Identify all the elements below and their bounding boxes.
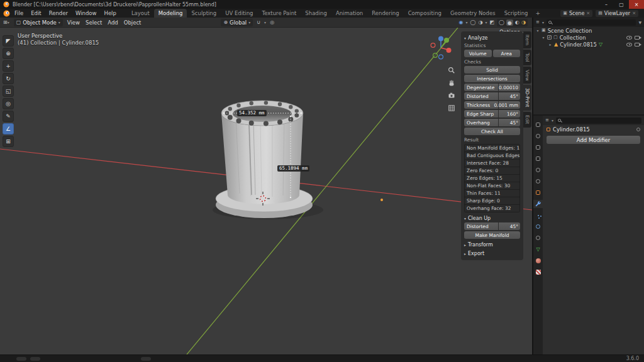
make-manifold-button[interactable]: Make Manifold	[464, 231, 520, 239]
result-row[interactable]: Bad Contiguous Edges: 994	[465, 152, 519, 159]
tab-object-data[interactable]: ▽	[533, 245, 543, 253]
tab-output[interactable]	[533, 143, 543, 151]
pin-icon[interactable]	[636, 128, 640, 131]
sidebar-tab-tool[interactable]: Tool	[523, 50, 531, 65]
editor-type-icon[interactable]: ⊞▾	[3, 19, 9, 25]
menu-select[interactable]: Select	[86, 19, 102, 26]
pan-hand-icon[interactable]	[448, 79, 455, 87]
sidebar-tab-3d-print[interactable]: 3D-Print	[523, 85, 531, 111]
disable-render-icon[interactable]	[635, 36, 640, 40]
xray-toggle-icon[interactable]: ◩	[490, 20, 495, 25]
workspace-tab-rendering[interactable]: Rendering	[367, 9, 403, 18]
tab-physics[interactable]	[533, 222, 543, 231]
add-cube-tool[interactable]: ⊞	[3, 136, 14, 147]
sidebar-tab-view[interactable]: View	[523, 67, 531, 84]
check-solid-button[interactable]: Solid	[464, 66, 520, 74]
maximize-button[interactable]: ▢	[614, 0, 629, 9]
result-row[interactable]: Intersect Face: 28	[465, 160, 519, 167]
menu-file[interactable]: File	[11, 9, 26, 18]
select-box-tool[interactable]: ◤	[3, 35, 14, 47]
gizmos-options-icon[interactable]: ▾	[466, 20, 468, 25]
filter-icon[interactable]: ▼	[638, 20, 641, 25]
check-edge-sharp-button[interactable]: Edge Sharp	[464, 110, 498, 118]
result-row[interactable]: Non Manifold Edges: 132	[465, 145, 519, 151]
add-workspace-button[interactable]: +	[532, 9, 543, 18]
result-row[interactable]: Thin Faces: 11	[465, 190, 519, 197]
tab-world[interactable]	[533, 177, 543, 185]
cylinder-object[interactable]	[213, 101, 323, 219]
expand-icon[interactable]: ▾	[541, 35, 545, 40]
distorted-value-field[interactable]: 45°	[499, 92, 520, 100]
outliner-search-input[interactable]	[547, 19, 636, 26]
menu-window[interactable]: Window	[72, 9, 100, 18]
workspace-tab-uv-editing[interactable]: UV Editing	[221, 9, 257, 18]
check-distorted-button[interactable]: Distorted	[464, 92, 498, 100]
workspace-tab-geometry-nodes[interactable]: Geometry Nodes	[446, 9, 500, 18]
result-row[interactable]: Non-Flat Faces: 30	[465, 182, 519, 189]
outliner-row-scene-collection[interactable]: ▾ ▣ Scene Collection	[533, 27, 644, 34]
tab-tool[interactable]	[533, 121, 543, 129]
annotate-tool[interactable]: ✎	[3, 111, 14, 122]
properties-search-input[interactable]	[556, 118, 641, 124]
mode-dropdown[interactable]: ▢ Object Mode ▾	[14, 19, 63, 26]
cursor-tool[interactable]: ⊕	[3, 48, 14, 59]
check-overhang-button[interactable]: Overhang	[464, 119, 498, 126]
menu-add[interactable]: Add	[108, 19, 118, 26]
workspace-tab-layout[interactable]: Layout	[127, 9, 154, 18]
edge-sharp-value-field[interactable]: 160°	[499, 110, 520, 118]
view-layer-selector[interactable]: ▤ ViewLayer ×	[596, 10, 638, 17]
result-row[interactable]: Zero Edges: 15	[465, 175, 519, 182]
hide-viewport-icon[interactable]	[626, 36, 632, 40]
tab-modifiers[interactable]	[533, 200, 543, 208]
shading-solid-icon[interactable]: ●	[506, 19, 513, 26]
area-button[interactable]: Area	[493, 50, 521, 57]
show-overlays-icon[interactable]: ◯	[470, 20, 476, 25]
cleanup-panel-header[interactable]: ▾ Clean Up	[464, 215, 520, 221]
zoom-icon[interactable]	[448, 67, 455, 74]
outliner-editor-icon[interactable]: ≡	[536, 20, 540, 25]
camera-view-icon[interactable]	[448, 92, 455, 99]
workspace-tab-compositing[interactable]: Compositing	[404, 9, 446, 18]
tab-scene[interactable]	[533, 166, 543, 174]
workspace-tab-sculpting[interactable]: Sculpting	[187, 9, 221, 18]
breadcrumb-object-name[interactable]: Cylinder.0815	[553, 126, 590, 133]
outliner-row-cylinder[interactable]: ▸ ▲ Cylinder.0815 ▽	[533, 41, 644, 48]
sidebar-tab-item[interactable]: Item	[523, 31, 531, 48]
properties-editor-icon[interactable]: ≡	[545, 118, 549, 123]
tab-texture[interactable]	[533, 268, 543, 276]
snap-options-icon[interactable]: ▾	[264, 20, 266, 25]
workspace-tab-shading[interactable]: Shading	[301, 9, 331, 18]
measure-tool[interactable]: ∠	[3, 123, 14, 134]
export-panel-header[interactable]: ▸ Export	[464, 250, 520, 256]
ortho-grid-icon[interactable]	[448, 104, 455, 112]
menu-object[interactable]: Object	[124, 19, 142, 26]
collection-checkbox[interactable]: ✓	[547, 35, 552, 40]
check-all-button[interactable]: Check All	[464, 128, 520, 135]
blender-menu-icon[interactable]	[3, 10, 10, 17]
menu-help[interactable]: Help	[101, 9, 119, 18]
rotate-tool[interactable]: ↻	[3, 73, 14, 84]
show-gizmos-icon[interactable]: ◉	[459, 20, 464, 25]
move-tool[interactable]: +	[3, 60, 14, 72]
volume-button[interactable]: Volume	[464, 50, 492, 57]
overhang-value-field[interactable]: 45°	[499, 119, 520, 126]
disable-render-icon[interactable]	[635, 43, 640, 47]
check-degenerate-button[interactable]: Degenerate	[464, 84, 498, 91]
viewport-canvas[interactable]: User Perspective (41) Collection | Cylin…	[0, 28, 532, 354]
expand-icon[interactable]: ▾	[536, 28, 540, 33]
overlay-chevron-icon[interactable]: ▾	[486, 20, 487, 25]
workspace-tab-scripting[interactable]: Scripting	[500, 9, 533, 18]
shading-rendered-icon[interactable]: ◑	[521, 20, 526, 25]
sidebar-tab-edit[interactable]: Edit	[523, 112, 531, 128]
degenerate-value-field[interactable]: 0.00010	[499, 84, 520, 91]
check-intersections-button[interactable]: Intersections	[464, 75, 520, 82]
expand-icon[interactable]: ▸	[548, 42, 552, 47]
scale-tool[interactable]: ◱	[3, 85, 14, 97]
transform-tool[interactable]: ◎	[3, 98, 14, 109]
overlays-options-icon[interactable]: ◑	[479, 20, 483, 25]
menu-edit[interactable]: Edit	[28, 9, 44, 18]
menu-render[interactable]: Render	[46, 9, 71, 18]
orientation-dropdown[interactable]: ⊕ Global ▾	[221, 19, 253, 26]
check-thickness-button[interactable]: Thickness	[464, 101, 498, 109]
tab-object[interactable]	[533, 189, 543, 197]
